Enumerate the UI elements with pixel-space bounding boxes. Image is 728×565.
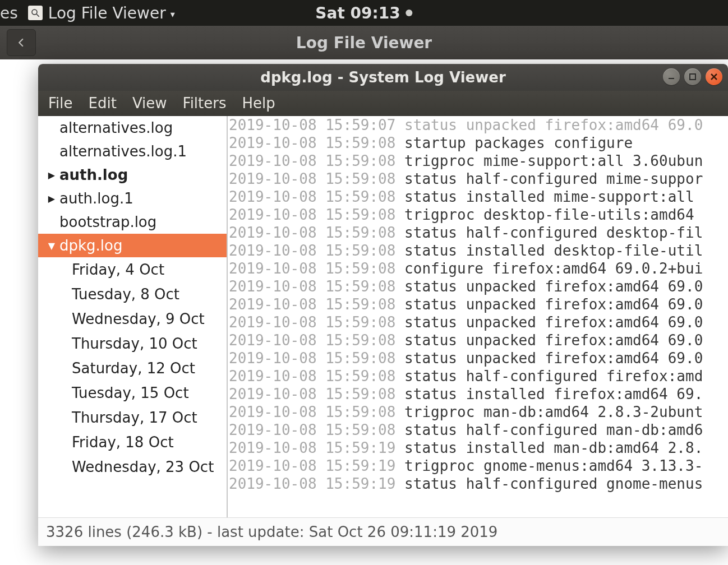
log-line: 2019-10-08 15:59:08 status installed mim… [229,188,728,206]
log-timestamp: 2019-10-08 15:59:08 [229,368,395,385]
log-file-tree[interactable]: alternatives.logalternatives.log.1▶auth.… [38,116,228,517]
log-line: 2019-10-08 15:59:08 status half-configur… [229,421,728,439]
menu-help[interactable]: Help [242,95,275,112]
close-button[interactable] [706,68,722,85]
log-message: status installed firefox:amd64 69. [395,386,703,402]
tree-child[interactable]: Saturday, 12 Oct [38,356,227,381]
tree-item[interactable]: ▶auth.log.1 [38,187,227,210]
search-icon[interactable] [28,6,43,20]
window-controls [663,68,722,85]
log-line: 2019-10-08 15:59:08 status installed fir… [229,385,728,403]
tree-child[interactable]: Thursday, 17 Oct [38,405,227,430]
window-title: dpkg.log - System Log Viewer [260,69,505,86]
log-content-pane[interactable]: 2019-10-08 15:59:07 status unpacked fire… [228,116,728,517]
log-message: status unpacked firefox:amd64 69.0 [395,314,703,331]
log-timestamp: 2019-10-08 15:59:08 [229,422,395,438]
log-message: status unpacked firefox:amd64 69.0 [395,332,703,349]
log-timestamp: 2019-10-08 15:59:08 [229,278,395,295]
panel-left: es Log File Viewer ▾ [0,4,175,22]
log-message: trigproc desktop-file-utils:amd64 [395,206,703,223]
svg-rect-3 [690,74,695,80]
minimize-button[interactable] [663,68,680,85]
log-timestamp: 2019-10-08 15:59:19 [229,439,395,456]
tree-item-label: auth.log [59,166,128,183]
log-line: 2019-10-08 15:59:08 trigproc mime-suppor… [229,152,728,170]
log-timestamp: 2019-10-08 15:59:08 [229,170,395,187]
log-timestamp: 2019-10-08 15:59:08 [229,314,395,331]
panel-app-menu[interactable]: Log File Viewer ▾ [48,4,175,22]
chevron-right-icon: ▶ [46,193,57,204]
log-line: 2019-10-08 15:59:08 status half-configur… [229,170,728,188]
log-timestamp: 2019-10-08 15:59:08 [229,350,395,367]
tree-item-label: alternatives.log [59,119,173,136]
menu-file[interactable]: File [48,95,73,112]
log-line: 2019-10-08 15:59:08 trigproc man-db:amd6… [229,403,728,421]
log-message: status half-configured man-db:amd6 [395,422,703,438]
log-line: 2019-10-08 15:59:08 status unpacked fire… [229,349,728,367]
tree-child[interactable]: Tuesday, 15 Oct [38,381,227,405]
tree-item[interactable]: alternatives.log.1 [38,140,227,163]
log-line: 2019-10-08 15:59:08 status unpacked fire… [229,295,728,313]
log-message: status half-configured gnome-menus [395,475,703,492]
log-line: 2019-10-08 15:59:08 status half-configur… [229,224,728,242]
chevron-down-icon: ▼ [46,240,57,251]
maximize-button[interactable] [684,68,701,85]
background-window-title: Log File Viewer [296,34,432,52]
back-button[interactable] [7,29,36,56]
log-line: 2019-10-08 15:59:08 status half-configur… [229,367,728,385]
background-window-content [0,59,38,565]
tree-child[interactable]: Friday, 4 Oct [38,257,227,282]
chevron-down-icon: ▾ [171,10,175,19]
log-line: 2019-10-08 15:59:08 status unpacked fire… [229,277,728,295]
chevron-right-icon: ▶ [46,170,57,180]
statusbar: 3326 lines (246.3 kB) - last update: Sat… [38,517,728,546]
log-message: status half-configured firefox:amd [395,368,703,385]
menu-edit[interactable]: Edit [89,95,117,112]
window-titlebar[interactable]: dpkg.log - System Log Viewer [38,64,728,91]
window-body: alternatives.logalternatives.log.1▶auth.… [38,116,728,517]
tree-child[interactable]: Friday, 18 Oct [38,430,227,455]
panel-left-trunc: es [0,4,22,22]
log-timestamp: 2019-10-08 15:59:08 [229,188,395,205]
log-message: status unpacked firefox:amd64 69.0 [395,296,703,313]
log-timestamp: 2019-10-08 15:59:08 [229,242,395,259]
log-line: 2019-10-08 15:59:08 status installed des… [229,242,728,260]
tree-item[interactable]: bootstrap.log [38,210,227,234]
log-timestamp: 2019-10-08 15:59:08 [229,135,395,151]
tree-item-label: dpkg.log [59,237,122,254]
menu-filters[interactable]: Filters [183,95,227,112]
log-line: 2019-10-08 15:59:08 status unpacked fire… [229,331,728,349]
log-message: status installed desktop-file-util [395,242,703,259]
tree-item[interactable]: alternatives.log [38,116,227,140]
svg-line-1 [36,14,39,17]
log-timestamp: 2019-10-08 15:59:08 [229,386,395,402]
log-line: 2019-10-08 15:59:08 status unpacked fire… [229,313,728,331]
log-timestamp: 2019-10-08 15:59:07 [229,117,395,133]
menu-view[interactable]: View [132,95,167,112]
log-timestamp: 2019-10-08 15:59:08 [229,296,395,313]
log-message: startup packages configure [395,135,633,151]
log-message: status unpacked firefox:amd64 69.0 [395,278,703,295]
background-window-titlebar: Log File Viewer [0,26,728,59]
log-message: status half-configured mime-suppor [395,170,703,187]
tree-child[interactable]: Wednesday, 23 Oct [38,455,227,479]
log-line: 2019-10-08 15:59:19 status installed man… [229,439,728,457]
log-line: 2019-10-08 15:59:19 status half-configur… [229,475,728,493]
log-line: 2019-10-08 15:59:07 status unpacked fire… [229,116,728,134]
log-message: status installed mime-support:all [395,188,703,205]
log-message: status half-configured desktop-fil [395,224,703,241]
tree-child[interactable]: Thursday, 10 Oct [38,331,227,356]
log-timestamp: 2019-10-08 15:59:08 [229,404,395,420]
log-timestamp: 2019-10-08 15:59:08 [229,206,395,223]
log-message: configure firefox:amd64 69.0.2+bui [395,260,703,277]
tree-child[interactable]: Tuesday, 8 Oct [38,282,227,307]
tree-item[interactable]: ▶auth.log [38,163,227,187]
statusbar-text: 3326 lines (246.3 kB) - last update: Sat… [46,524,497,540]
log-message: trigproc gnome-menus:amd64 3.13.3- [395,457,703,474]
tree-item-label: bootstrap.log [59,214,156,230]
log-message: status installed man-db:amd64 2.8. [395,439,703,456]
log-timestamp: 2019-10-08 15:59:08 [229,332,395,349]
tree-item[interactable]: ▼dpkg.log [38,234,227,257]
tree-child[interactable]: Wednesday, 9 Oct [38,307,227,331]
panel-clock[interactable]: Sat 09:13 [315,4,412,22]
